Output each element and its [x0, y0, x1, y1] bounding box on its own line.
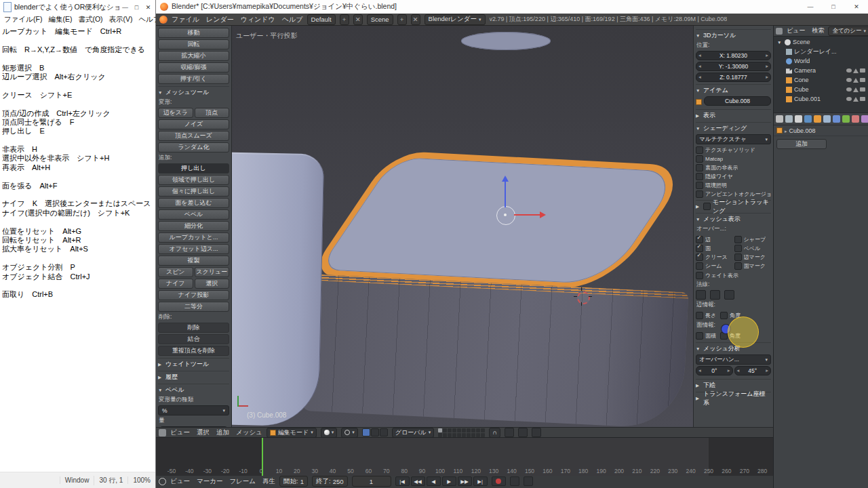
info-menu-item[interactable]: レンダー: [206, 15, 234, 24]
collapsed-panel-header[interactable]: 下絵: [696, 379, 771, 390]
orientation-selector[interactable]: グローバル: [392, 428, 434, 438]
face-info-option[interactable]: 面積: [696, 331, 716, 340]
snap-mode-icon[interactable]: [505, 428, 514, 437]
shading-option[interactable]: Matcap: [696, 155, 771, 163]
overlay-option[interactable]: クリース: [696, 253, 733, 261]
layer-dot[interactable]: [457, 433, 461, 437]
render-toggle-icon[interactable]: [860, 87, 865, 92]
transform-tool-button[interactable]: 回転: [158, 39, 229, 49]
render-opengl-anim-icon[interactable]: [532, 428, 541, 437]
add-modifier-button[interactable]: 追加: [776, 139, 827, 149]
shading-option[interactable]: 裏面の非表示: [696, 163, 771, 171]
jump-to-start-button[interactable]: |◀: [395, 476, 410, 486]
current-frame-marker[interactable]: [262, 438, 263, 476]
layer-dot[interactable]: [476, 433, 480, 437]
layer-dot[interactable]: [452, 433, 456, 437]
shading-selector[interactable]: [321, 428, 338, 438]
deform-tool-button[interactable]: 頂点スムーズ: [158, 131, 229, 141]
add-tool-button[interactable]: 選択: [195, 279, 230, 289]
add-tool-button[interactable]: 個々に押し出し: [158, 186, 229, 197]
viewport-menu-item[interactable]: ビュー: [170, 428, 190, 437]
panel-motion-tracking[interactable]: モーショントラッキング: [696, 200, 771, 211]
eye-icon[interactable]: [846, 68, 852, 73]
info-menu-item[interactable]: ヘルプ: [282, 15, 303, 24]
notepad-text-area[interactable]: ループカット 編集モード Ctrl+R 回転 R→X,Y,Z→数値 で角度指定で…: [0, 26, 155, 472]
add-tool-button[interactable]: オフセット辺ス...: [158, 244, 229, 254]
layer-dot[interactable]: [438, 433, 442, 437]
deform-tool-button[interactable]: ノイズ: [158, 119, 229, 129]
outliner-menu-item[interactable]: ビュー: [787, 26, 805, 35]
layer-dot[interactable]: [462, 428, 466, 432]
loop-normals-toggle[interactable]: [724, 290, 734, 300]
layer-dot[interactable]: [443, 428, 447, 432]
close-button[interactable]: ✕: [845, 0, 868, 14]
weight-display-option[interactable]: ウェイト表示: [696, 271, 771, 279]
add-tool-button[interactable]: ベベル: [158, 209, 229, 220]
minimize-button[interactable]: —: [119, 1, 131, 14]
manipulator-x-arrow-icon[interactable]: [540, 211, 546, 218]
close-button[interactable]: ✕: [142, 1, 154, 14]
layer-dot[interactable]: [452, 428, 456, 432]
notepad-menu-item[interactable]: 書式(O): [78, 15, 102, 24]
eye-icon[interactable]: [846, 97, 852, 101]
outliner-item-world[interactable]: World: [775, 56, 867, 66]
viewport-menu-item[interactable]: 追加: [216, 428, 229, 437]
overlay-option[interactable]: シーム: [696, 262, 733, 270]
viewport-menu-item[interactable]: メッシュ: [236, 428, 262, 437]
add-tool-button[interactable]: 複製: [158, 256, 229, 266]
add-tool-button[interactable]: 二等分: [158, 302, 229, 312]
outliner-item-camera[interactable]: Camera: [775, 66, 867, 75]
add-tool-button[interactable]: スクリュー: [195, 267, 230, 277]
left-object[interactable]: [232, 152, 324, 427]
overlay-option[interactable]: シャープ: [734, 235, 772, 243]
minimize-button[interactable]: —: [799, 0, 822, 14]
start-frame-field[interactable]: 開始: 1: [279, 476, 308, 487]
item-name-field[interactable]: Cube.008: [704, 96, 771, 106]
shading-option[interactable]: アンビエントオクルージョン(AO): [696, 190, 771, 198]
eye-icon[interactable]: [846, 78, 852, 82]
maximize-button[interactable]: □: [131, 1, 142, 14]
delete-scene-button[interactable]: ✕: [411, 14, 420, 25]
overlay-option[interactable]: 辺マーク: [734, 253, 772, 261]
deform-tool-button[interactable]: ランダム化: [158, 142, 229, 152]
scale-manipulator-icon[interactable]: [380, 428, 388, 436]
render-layers-tab-icon[interactable]: [785, 115, 793, 123]
outliner-item-cube[interactable]: Cube: [775, 85, 867, 94]
snap-magnet-icon[interactable]: [489, 428, 500, 438]
overlay-option[interactable]: 辺: [696, 235, 733, 243]
pivot-selector[interactable]: [341, 428, 358, 438]
manipulator-x-axis[interactable]: [514, 214, 540, 216]
render-toggle-icon[interactable]: [860, 78, 865, 82]
info-menu-item[interactable]: ウィンドウ: [241, 15, 275, 24]
cube008-front-face[interactable]: [301, 274, 688, 427]
deform-tool-button[interactable]: 辺をスラ: [158, 108, 193, 118]
collapsed-panel-header[interactable]: 履歴: [158, 371, 229, 382]
render-toggle-icon[interactable]: [860, 97, 865, 101]
selectable-icon[interactable]: [853, 78, 859, 83]
delete-screen-button[interactable]: ✕: [353, 14, 363, 25]
screen-layout-selector[interactable]: Default: [307, 14, 336, 25]
edge-info-option[interactable]: 長さ: [696, 311, 716, 319]
outliner-menu-item[interactable]: 検索: [812, 26, 824, 35]
shading-mode-dropdown[interactable]: マルチテクスチャ: [696, 134, 771, 144]
deform-tool-button[interactable]: 頂点: [195, 108, 230, 118]
notepad-menu-item[interactable]: 編集(E): [48, 15, 72, 24]
face-normals-toggle[interactable]: [710, 290, 720, 300]
vertex-normals-toggle[interactable]: [696, 290, 706, 300]
analysis-min-field[interactable]: 0°: [696, 366, 733, 375]
data-tab-icon[interactable]: [842, 115, 850, 123]
add-tool-button[interactable]: ナイフ: [158, 279, 193, 289]
translate-manipulator-icon[interactable]: [362, 428, 370, 436]
remove-tool-button[interactable]: 削除: [158, 323, 229, 333]
layer-dot[interactable]: [448, 428, 452, 432]
selectable-icon[interactable]: [853, 87, 859, 92]
add-tool-button[interactable]: 細分化: [158, 221, 229, 231]
mode-selector[interactable]: 編集モード: [267, 428, 317, 438]
play-reverse-button[interactable]: ◀: [427, 476, 441, 486]
add-tool-button[interactable]: スピン: [158, 267, 193, 277]
manipulator-z-arrow-icon[interactable]: [502, 176, 509, 182]
texture-tab-icon[interactable]: [861, 115, 868, 123]
transform-tool-button[interactable]: 収縮/膨張: [158, 62, 229, 73]
panel-item[interactable]: アイテム: [696, 84, 771, 95]
fast-forward-button[interactable]: ▶▶: [458, 476, 472, 486]
